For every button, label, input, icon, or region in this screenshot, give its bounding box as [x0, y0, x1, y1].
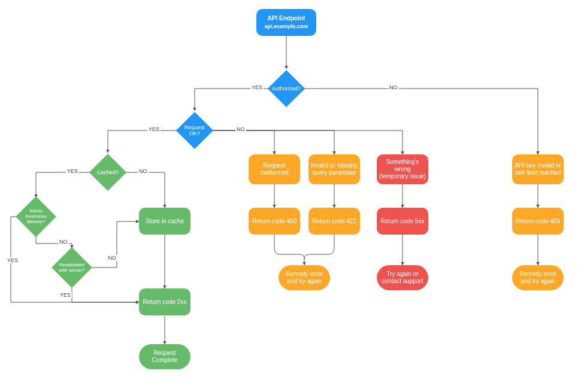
edge-label-requestok-no: NO — [235, 126, 246, 132]
start-title: API Endpoint — [268, 15, 305, 22]
edge-label-freshness-yes: YES — [6, 257, 19, 263]
box-return-400-label: Return code 400 — [252, 218, 296, 225]
decision-revalidated: Revalidated with server? — [52, 247, 92, 288]
box-request-malformed-label: Request malformed — [251, 162, 298, 177]
box-return-5xx: Return code 5xx — [377, 208, 428, 235]
decision-cached: Cached? — [89, 154, 126, 191]
box-return-422: Return code 422 — [308, 208, 360, 235]
box-api-key-invalid-label: API key invalid or rate limit reached — [515, 162, 561, 177]
edge-label-cached-yes: YES — [66, 168, 79, 174]
box-return-2xx: Return code 2xx — [139, 288, 190, 315]
edge-label-revalidated-no: NO — [107, 255, 117, 261]
box-store-cache-label: Store in cache — [146, 218, 184, 225]
box-store-cache: Store in cache — [139, 208, 190, 235]
decision-request-ok-label: Request OK? — [181, 124, 208, 137]
box-invalid-query-label: Invalid or missing query paramater — [311, 162, 358, 177]
edge-label-revalidated-yes: YES — [59, 292, 72, 298]
box-request-complete: Request Complete — [139, 344, 190, 369]
decision-request-ok: Request OK? — [176, 112, 213, 149]
decision-revalidated-label: Revalidated with server? — [58, 262, 86, 273]
box-something-wrong: Something's wrong (temporary issue) — [377, 154, 428, 184]
start-subtitle: api.example.com — [265, 23, 308, 30]
decision-cached-label: Cached? — [97, 169, 119, 175]
box-remedy-error-2: Remedy error and try again — [512, 265, 564, 290]
edge-label-authorized-no: NO — [388, 84, 399, 90]
decision-authorized-label: Authorized? — [272, 86, 301, 92]
edge-label-cached-no: NO — [138, 168, 149, 174]
box-request-malformed: Request malformed — [249, 154, 300, 184]
edge-label-requestok-yes: YES — [147, 126, 161, 132]
box-try-again-support: Try again or contact support — [377, 265, 428, 290]
box-remedy-error-label: Remedy error and try again — [281, 271, 328, 285]
box-request-complete-label: Request Complete — [141, 350, 188, 364]
box-remedy-error: Remedy error and try again — [279, 265, 330, 290]
box-return-2xx-label: Return code 2xx — [143, 299, 187, 306]
box-remedy-error-2-label: Remedy error and try again — [515, 271, 561, 285]
box-something-wrong-label: Something's wrong (temporary issue) — [379, 159, 426, 180]
box-return-403: Return code 403 — [512, 208, 564, 235]
box-try-again-support-label: Try again or contact support — [379, 271, 426, 285]
box-return-422-label: Return code 422 — [312, 218, 356, 225]
decision-freshness-label: Within freshness lifetime? — [22, 208, 50, 225]
decision-authorized: Authorized? — [268, 70, 305, 107]
start-node: API Endpoint api.example.com — [256, 9, 316, 36]
decision-freshness: Within freshness lifetime? — [16, 196, 56, 237]
edge-label-freshness-no: NO — [58, 239, 69, 245]
box-invalid-query: Invalid or missing query paramater — [308, 154, 360, 184]
box-return-400: Return code 400 — [249, 208, 300, 235]
box-return-403-label: Return code 403 — [516, 218, 560, 225]
box-return-5xx-label: Return code 5xx — [381, 218, 425, 225]
edge-label-authorized-yes: YES — [250, 84, 264, 90]
box-api-key-invalid: API key invalid or rate limit reached — [512, 154, 564, 184]
